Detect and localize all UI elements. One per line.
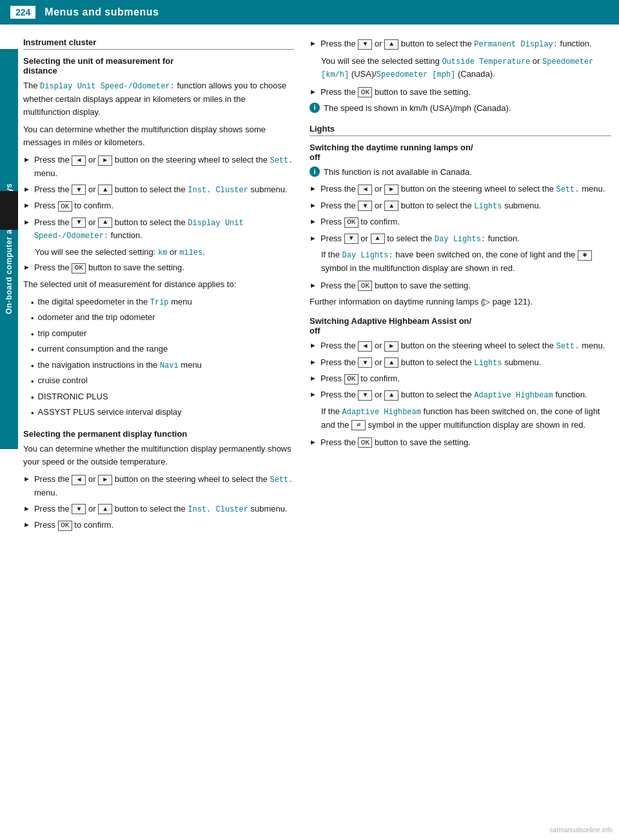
arrow-icon-l3: ►	[310, 216, 317, 227]
arrow-icon-r-save: ►	[310, 86, 317, 97]
watermark: carmanualsonline.info	[550, 826, 613, 834]
section-heading-lights: Lights	[310, 124, 611, 136]
para-permanent-display-setting: You will see the selected setting Outsid…	[310, 55, 611, 81]
arrow-item-l1: ► Press the ◀ or ▶ button on the steerin…	[310, 183, 611, 196]
btn-up-l4: ▲	[371, 234, 385, 244]
btn-up-ah2: ▲	[384, 357, 398, 368]
arrow-icon-ah2: ►	[310, 357, 317, 368]
dot-item-7: • DISTRONIC PLUS	[23, 390, 294, 405]
btn-left-ah1: ◀	[358, 341, 372, 352]
para-adaptive-highbeam: If the Adaptive Highbeam function has be…	[310, 405, 611, 432]
arrow-icon-ah-save: ►	[310, 437, 317, 448]
para-permanent-display: You can determine whether the multifunct…	[23, 443, 294, 468]
info-text-speed: The speed is shown in km/h (USA)/mph (Ca…	[324, 102, 511, 115]
dot-item-5: • the navigation instructions in the Nav…	[23, 359, 294, 373]
btn-down-1: ▼	[72, 185, 86, 195]
info-item-speed: i The speed is shown in km/h (USA)/mph (…	[310, 102, 611, 115]
btn-up-l2: ▲	[384, 201, 398, 211]
main-content: Instrument cluster Selecting the unit of…	[0, 25, 619, 548]
para-selected-setting: You will see the selected setting: km or…	[23, 246, 294, 259]
arrow-icon-l4: ►	[310, 233, 317, 244]
btn-ok-ah-save: OK	[358, 437, 372, 448]
arrow-item-ah2: ► Press the ▼ or ▲ button to select the …	[310, 356, 611, 370]
dot-item-4: • current consumption and the range	[23, 343, 294, 357]
arrow-icon-l2: ►	[310, 200, 317, 211]
page-number: 224	[10, 6, 35, 19]
subsection-heading-2: Selecting the permanent display function	[23, 429, 294, 439]
arrow-item-l4: ► Press ▼ or ▲ to select the Day Lights:…	[310, 232, 611, 246]
arrow-item-2: ► Press the ▼ or ▲ button to select the …	[23, 183, 294, 197]
btn-left-b1: ◀	[72, 475, 86, 485]
para-display-unit: The Display Unit Speed-/Odometer: functi…	[23, 79, 294, 119]
arrow-item-r-save: ► Press the OK button to save the settin…	[310, 86, 611, 99]
arrow-icon-b2: ►	[23, 503, 30, 514]
btn-ok-2: OK	[72, 263, 86, 274]
info-item-canada: i This function is not available in Cana…	[310, 166, 611, 179]
btn-up-b2: ▲	[98, 504, 112, 514]
btn-right: ▶	[98, 155, 112, 166]
arrow-item-1: ► Press the ◀ or ▶ button on the steerin…	[23, 154, 294, 180]
arrow-icon-5: ►	[23, 262, 30, 273]
arrow-item-l3: ► Press OK to confirm.	[310, 215, 611, 228]
btn-ok-r-save: OK	[358, 87, 372, 97]
dot-icon-4: •	[31, 344, 34, 357]
dot-item-8: • ASSYST PLUS service interval display	[23, 406, 294, 420]
dot-icon-5: •	[31, 360, 34, 373]
btn-ok-ah3: OK	[344, 374, 359, 385]
dot-icon-6: •	[31, 375, 34, 388]
btn-up-ah4: ▲	[384, 390, 398, 401]
btn-ok-l-save: OK	[358, 281, 372, 291]
arrow-icon-ah3: ►	[310, 373, 317, 384]
subsection-heading-1: Selecting the unit of measurement fordis…	[23, 56, 294, 75]
para-day-lights: If the Day Lights: have been switched on…	[310, 248, 611, 275]
btn-up-1: ▲	[98, 185, 112, 195]
arrow-icon-r1: ►	[310, 38, 317, 49]
header-bar: 224 Menus and submenus	[0, 0, 619, 25]
arrow-item-l2: ► Press the ▼ or ▲ button to select the …	[310, 199, 611, 213]
arrow-item-ah1: ► Press the ◀ or ▶ button on the steerin…	[310, 339, 611, 353]
dot-item-3: • trip computer	[23, 327, 294, 341]
btn-up-r1: ▲	[384, 39, 398, 50]
btn-down-2: ▼	[72, 217, 86, 228]
dot-item-2: • odometer and the trip odometer	[23, 311, 294, 325]
btn-ok-l3: OK	[344, 217, 359, 228]
arrow-icon-ah4: ►	[310, 389, 317, 400]
arrow-icon-b3: ►	[23, 519, 30, 530]
btn-highbeam-symbol: ⇄	[351, 420, 366, 430]
info-icon-canada: i	[310, 166, 320, 177]
dot-icon-3: •	[31, 328, 34, 341]
dot-icon-2: •	[31, 312, 34, 325]
arrow-item-r1: ► Press the ▼ or ▲ button to select the …	[310, 37, 611, 51]
btn-right-ah1: ▶	[384, 341, 398, 352]
section-heading-instrument: Instrument cluster	[23, 37, 294, 50]
arrow-icon-l-save: ►	[310, 280, 317, 291]
arrow-icon-l1: ►	[310, 183, 317, 194]
dot-item-1: • the digital speedometer in the Trip me…	[23, 295, 294, 310]
btn-left: ◀	[72, 155, 86, 166]
dot-item-6: • cruise control	[23, 374, 294, 388]
arrow-icon-4: ►	[23, 217, 30, 228]
arrow-icon-1: ►	[23, 154, 30, 165]
btn-down-l4: ▼	[344, 234, 359, 244]
arrow-item-l-save: ► Press the OK button to save the settin…	[310, 279, 611, 292]
btn-up-2: ▲	[98, 217, 112, 228]
dot-icon-8: •	[31, 407, 34, 420]
dot-icon-7: •	[31, 392, 34, 405]
btn-down-r1: ▼	[358, 39, 372, 50]
right-column: ► Press the ▼ or ▲ button to select the …	[310, 37, 611, 535]
arrow-item-b3: ► Press OK to confirm.	[23, 519, 294, 532]
arrow-item-4: ► Press the ▼ or ▲ button to select the …	[23, 216, 294, 243]
btn-ok-b3: OK	[58, 521, 72, 531]
btn-ok-1: OK	[58, 201, 72, 212]
arrow-icon-b1: ►	[23, 474, 30, 485]
arrow-item-5: ► Press the OK button to save the settin…	[23, 261, 294, 274]
btn-left-l1: ◀	[358, 185, 372, 195]
left-column: Instrument cluster Selecting the unit of…	[23, 37, 294, 535]
arrow-icon-ah1: ►	[310, 340, 317, 351]
arrow-item-b1: ► Press the ◀ or ▶ button on the steerin…	[23, 473, 294, 499]
btn-right-b1: ▶	[98, 475, 112, 485]
btn-down-l2: ▼	[358, 201, 372, 211]
para-further-info: Further information on daytime running l…	[310, 295, 611, 308]
arrow-item-ah4: ► Press the ▼ or ▲ button to select the …	[310, 388, 611, 402]
para-applies-to: The selected unit of measurement for dis…	[23, 278, 294, 291]
